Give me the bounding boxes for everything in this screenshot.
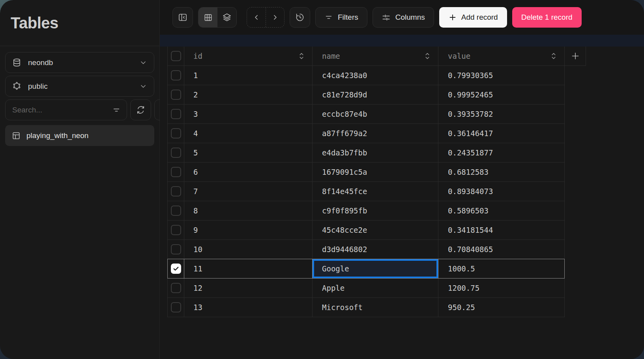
- cell-name[interactable]: 45c48cce2e: [313, 221, 438, 239]
- next-page-button[interactable]: [266, 7, 284, 27]
- database-icon: [12, 58, 21, 67]
- row-checkbox[interactable]: [171, 244, 181, 254]
- cell-name[interactable]: e4da3b7fbb: [313, 143, 438, 162]
- cell-value[interactable]: 0.36146417: [438, 124, 565, 143]
- prev-page-button[interactable]: [247, 7, 266, 27]
- table-row: 5 e4da3b7fbb 0.24351877: [167, 143, 565, 163]
- database-select[interactable]: neondb: [5, 52, 154, 73]
- sidebar-item-playing-with-neon[interactable]: playing_with_neon: [5, 125, 154, 146]
- cell-value[interactable]: 0.5896503: [438, 201, 565, 220]
- checkbox-cell: [168, 85, 184, 104]
- cell-id[interactable]: 1: [184, 66, 313, 85]
- table-row: 7 8f14e45fce 0.89384073: [167, 182, 565, 201]
- row-checkbox[interactable]: [171, 109, 181, 119]
- cell-id[interactable]: 13: [184, 298, 313, 317]
- row-checkbox[interactable]: [171, 90, 181, 100]
- cell-name-active[interactable]: Google: [313, 259, 438, 278]
- toggle-sidebar-button[interactable]: [172, 7, 193, 28]
- row-checkbox[interactable]: [171, 206, 181, 216]
- cell-name[interactable]: a87ff679a2: [313, 124, 438, 143]
- select-all-checkbox[interactable]: [171, 51, 181, 61]
- checkbox-cell: [168, 143, 184, 162]
- table-row: 12 Apple 1200.75: [167, 279, 565, 298]
- checkbox-cell: [168, 182, 184, 201]
- checkbox-cell: [168, 163, 184, 181]
- add-column-button[interactable]: [565, 47, 586, 65]
- cell-id[interactable]: 4: [184, 124, 313, 143]
- cell-value[interactable]: 1000.5: [438, 259, 565, 278]
- cell-value[interactable]: 0.34181544: [438, 221, 565, 239]
- cell-id[interactable]: 10: [184, 240, 313, 259]
- cell-value[interactable]: 0.39353782: [438, 105, 565, 123]
- row-checkbox[interactable]: [171, 302, 181, 312]
- row-checkbox-checked[interactable]: [171, 264, 181, 274]
- sort-icon[interactable]: [424, 52, 431, 60]
- add-record-button[interactable]: Add record: [439, 7, 507, 28]
- cell-id[interactable]: 6: [184, 163, 313, 181]
- row-checkbox[interactable]: [171, 167, 181, 177]
- table-row: 10 d3d9446802 0.70840865: [167, 240, 565, 259]
- row-checkbox[interactable]: [171, 225, 181, 235]
- cell-value[interactable]: 0.24351877: [438, 143, 565, 162]
- cell-value[interactable]: 0.6812583: [438, 163, 565, 181]
- cell-name[interactable]: d3d9446802: [313, 240, 438, 259]
- row-checkbox[interactable]: [171, 148, 181, 158]
- sort-icon[interactable]: [298, 52, 305, 60]
- cell-value[interactable]: 1200.75: [438, 279, 565, 297]
- cell-id[interactable]: 5: [184, 143, 313, 162]
- cell-id[interactable]: 8: [184, 201, 313, 220]
- cell-id[interactable]: 9: [184, 221, 313, 239]
- column-header-id[interactable]: id: [184, 47, 313, 65]
- column-header-value[interactable]: value: [438, 47, 565, 65]
- refresh-icon: [136, 105, 145, 114]
- search-input[interactable]: [12, 106, 109, 114]
- filters-button[interactable]: Filters: [315, 7, 367, 28]
- cell-id[interactable]: 12: [184, 279, 313, 297]
- cell-value[interactable]: 0.79930365: [438, 66, 565, 85]
- row-checkbox[interactable]: [171, 128, 181, 138]
- table-row: 1 c4ca4238a0 0.79930365: [167, 66, 565, 85]
- cell-value[interactable]: 950.25: [438, 298, 565, 317]
- cell-value[interactable]: 0.70840865: [438, 240, 565, 259]
- checkbox-cell: [168, 279, 184, 297]
- sort-icon[interactable]: [550, 52, 557, 60]
- row-checkbox[interactable]: [171, 70, 181, 80]
- history-button[interactable]: [290, 7, 310, 28]
- column-header-name[interactable]: name: [313, 47, 438, 65]
- cell-id[interactable]: 7: [184, 182, 313, 201]
- chevron-right-icon: [271, 13, 279, 21]
- filter-lines-icon: [324, 13, 333, 22]
- checkbox-cell: [168, 221, 184, 239]
- cell-id[interactable]: 3: [184, 105, 313, 123]
- sidebar-item-label: playing_with_neon: [26, 131, 88, 140]
- filters-button-label: Filters: [338, 13, 358, 22]
- columns-button[interactable]: Columns: [373, 7, 434, 28]
- database-select-value: neondb: [28, 58, 133, 67]
- row-checkbox[interactable]: [171, 186, 181, 196]
- schema-select-value: public: [28, 82, 133, 91]
- layers-icon: [222, 13, 232, 22]
- cell-name[interactable]: c4ca4238a0: [313, 66, 438, 85]
- cell-name[interactable]: 8f14e45fce: [313, 182, 438, 201]
- table-view-button[interactable]: [198, 7, 217, 27]
- cell-id[interactable]: 2: [184, 85, 313, 104]
- cell-name[interactable]: c9f0f895fb: [313, 201, 438, 220]
- cell-value[interactable]: 0.99952465: [438, 85, 565, 104]
- row-checkbox[interactable]: [171, 283, 181, 293]
- cell-id[interactable]: 11: [184, 259, 313, 278]
- delete-records-button[interactable]: Delete 1 record: [512, 7, 582, 28]
- cell-name[interactable]: Microsoft: [313, 298, 438, 317]
- cell-name[interactable]: c81e728d9d: [313, 85, 438, 104]
- schema-select[interactable]: public: [5, 76, 154, 97]
- search-box[interactable]: [5, 99, 127, 120]
- schema-icon: [12, 82, 21, 91]
- layers-view-button[interactable]: [217, 7, 236, 27]
- cell-name[interactable]: Apple: [313, 279, 438, 297]
- page-title: Tables: [11, 14, 58, 32]
- add-record-button-label: Add record: [461, 13, 498, 22]
- cell-value[interactable]: 0.89384073: [438, 182, 565, 201]
- checkbox-cell: [168, 66, 184, 85]
- refresh-button[interactable]: [130, 99, 151, 120]
- cell-name[interactable]: 1679091c5a: [313, 163, 438, 181]
- cell-name[interactable]: eccbc87e4b: [313, 105, 438, 123]
